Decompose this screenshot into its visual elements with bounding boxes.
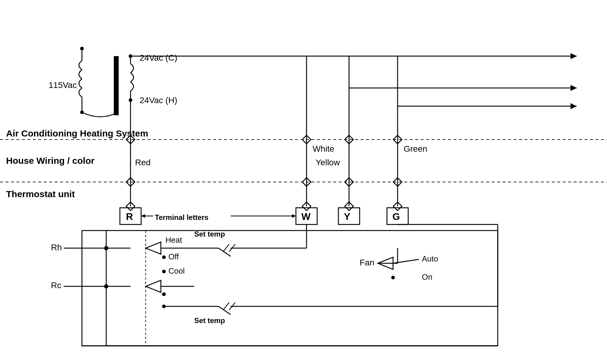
wiring-diagram: 115Vac 24Vac (C) 24Vac (H) Air Condition… bbox=[0, 0, 607, 364]
green-arrow bbox=[571, 103, 577, 109]
set-temp-label-top: Set temp bbox=[194, 230, 225, 238]
fan-on-label: On bbox=[422, 272, 432, 281]
label-house-wiring: House Wiring / color bbox=[6, 156, 95, 166]
rc-label: Rc bbox=[51, 281, 61, 290]
mode-cool-dot bbox=[162, 270, 166, 273]
terminal-Y-label: Y bbox=[344, 211, 350, 222]
label-cool: Cool bbox=[168, 266, 185, 275]
set-temp2-slash1 bbox=[223, 302, 229, 310]
terminal-arrow-left-head bbox=[141, 214, 145, 218]
label-red: Red bbox=[135, 158, 151, 167]
label-white: White bbox=[313, 144, 334, 153]
transformer-core bbox=[114, 56, 119, 115]
label-heat: Heat bbox=[165, 235, 182, 244]
label-ac-system: Air Conditioning Heating System bbox=[6, 128, 148, 138]
label-green: Green bbox=[404, 144, 427, 153]
rc-dot1 bbox=[162, 292, 166, 296]
terminal-W-label: W bbox=[301, 211, 311, 222]
terminal-arrow-right-head bbox=[292, 214, 296, 218]
label-thermostat-unit: Thermostat unit bbox=[6, 189, 75, 199]
terminal-G-label: G bbox=[392, 211, 400, 222]
mode-off-dot bbox=[162, 255, 166, 259]
terminal-letters-label: Terminal letters bbox=[155, 213, 209, 221]
set-temp-label-bottom: Set temp bbox=[194, 316, 225, 325]
label-24vac-c: 24Vac (C) bbox=[140, 53, 177, 62]
label-off: Off bbox=[168, 252, 179, 261]
transformer-primary bbox=[79, 47, 118, 117]
rc-switch-symbol bbox=[146, 280, 161, 292]
label-24vac-h: 24Vac (H) bbox=[140, 96, 177, 105]
svg-point-1 bbox=[80, 47, 84, 50]
fan-on-dot bbox=[391, 276, 395, 279]
fan-auto-line bbox=[393, 259, 419, 263]
terminal-R-label: R bbox=[126, 211, 133, 222]
24vac-c-arrow bbox=[571, 53, 577, 59]
label-yellow: Yellow bbox=[316, 158, 340, 167]
set-temp-slash1 bbox=[223, 244, 229, 252]
fan-label: Fan bbox=[360, 258, 374, 267]
rh-label: Rh bbox=[51, 243, 62, 252]
yellow-arrow bbox=[571, 85, 577, 91]
heat-switch-symbol bbox=[146, 242, 161, 254]
label-115vac: 115Vac bbox=[49, 80, 77, 90]
transformer-secondary bbox=[129, 54, 134, 102]
fan-auto-label: Auto bbox=[422, 254, 438, 263]
